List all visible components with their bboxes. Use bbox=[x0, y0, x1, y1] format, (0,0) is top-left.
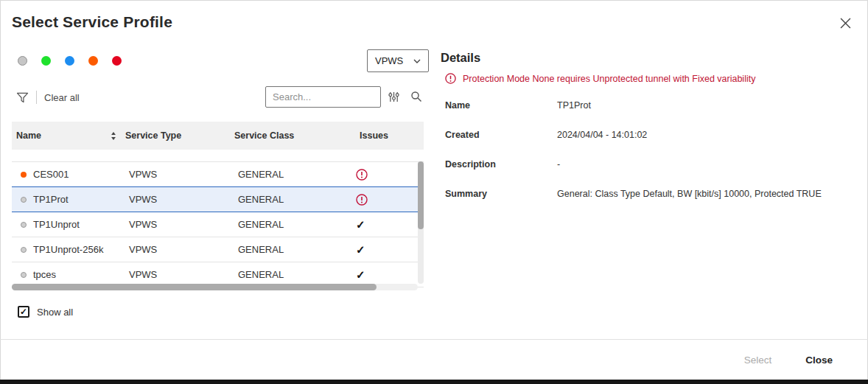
show-all-checkbox[interactable]: ✓ Show all bbox=[18, 306, 73, 318]
field-label: Description bbox=[445, 159, 557, 170]
row-name-cell: TP1Unprot-256k bbox=[12, 244, 125, 255]
service-name: TP1Prot bbox=[33, 194, 69, 205]
clear-all-button[interactable]: Clear all bbox=[44, 92, 80, 103]
detail-field-description: Description - bbox=[445, 159, 858, 170]
warning-text: Protection Mode None requires Unprotecte… bbox=[463, 74, 755, 84]
table-row-ces001[interactable]: CES001 VPWS GENERAL ✓ bbox=[12, 161, 424, 187]
row-issue-status: ✓ bbox=[348, 169, 424, 181]
row-service-type: VPWS bbox=[125, 219, 234, 230]
table-row-tp1unprot[interactable]: TP1Unprot VPWS GENERAL ✓ bbox=[12, 212, 424, 237]
field-value: - bbox=[557, 159, 560, 170]
filter-settings-icon[interactable] bbox=[388, 91, 399, 102]
status-dot-blue[interactable] bbox=[65, 56, 74, 66]
status-dot bbox=[21, 272, 27, 278]
check-icon: ✓ bbox=[356, 219, 365, 230]
status-dot-red[interactable] bbox=[112, 56, 122, 66]
filter-icon[interactable] bbox=[16, 92, 29, 103]
field-value: 2024/04/04 - 14:01:02 bbox=[557, 130, 647, 140]
check-icon: ✓ bbox=[356, 244, 365, 255]
close-icon[interactable] bbox=[839, 16, 852, 29]
horizontal-scrollbar-thumb[interactable] bbox=[12, 284, 377, 290]
error-icon bbox=[356, 169, 368, 181]
error-icon bbox=[356, 194, 368, 206]
vertical-scrollbar-thumb[interactable] bbox=[418, 161, 424, 229]
vertical-scrollbar[interactable] bbox=[418, 161, 424, 284]
service-type-dropdown-value: VPWS bbox=[375, 55, 403, 66]
field-label: Created bbox=[445, 130, 557, 140]
chevron-down-icon bbox=[413, 59, 421, 63]
status-dot-gray[interactable] bbox=[18, 56, 27, 66]
table-body: CES001 VPWS GENERAL ✓ TP1Prot VPWS GENER… bbox=[12, 161, 424, 287]
row-issue-status: ✓ bbox=[348, 269, 424, 280]
select-service-profile-dialog: Select Service Profile VPWS Clear all bbox=[0, 0, 868, 384]
details-warning: Protection Mode None requires Unprotecte… bbox=[445, 73, 755, 84]
service-type-dropdown[interactable]: VPWS bbox=[367, 49, 429, 72]
row-name-cell: TP1Unprot bbox=[12, 219, 125, 230]
row-issue-status: ✓ bbox=[348, 194, 424, 206]
service-name: CES001 bbox=[33, 169, 69, 180]
service-name: TP1Unprot-256k bbox=[33, 244, 103, 255]
row-issue-status: ✓ bbox=[348, 219, 424, 230]
detail-field-summary: Summary General: Class Type Default, BW … bbox=[445, 189, 858, 199]
row-service-class: GENERAL bbox=[234, 244, 348, 255]
sort-icon[interactable] bbox=[111, 132, 116, 140]
search-input[interactable] bbox=[265, 86, 381, 108]
column-header-service-type[interactable]: Service Type bbox=[125, 130, 234, 141]
close-button[interactable]: Close bbox=[805, 355, 833, 366]
row-service-type: VPWS bbox=[125, 169, 234, 180]
bottom-bar bbox=[0, 380, 868, 384]
column-header-name[interactable]: Name bbox=[12, 130, 125, 141]
row-service-class: GENERAL bbox=[234, 219, 348, 230]
row-name-cell: CES001 bbox=[12, 169, 125, 180]
detail-field-created: Created 2024/04/04 - 14:01:02 bbox=[445, 130, 858, 140]
column-header-issues[interactable]: Issues bbox=[348, 130, 424, 141]
status-dot-orange[interactable] bbox=[88, 56, 98, 66]
service-name: tpces bbox=[33, 269, 56, 280]
check-icon: ✓ bbox=[356, 269, 365, 280]
status-legend bbox=[18, 56, 122, 66]
row-service-type: VPWS bbox=[125, 244, 234, 255]
table-header: Name Service Type Service Class Issues bbox=[12, 122, 424, 150]
column-header-service-class[interactable]: Service Class bbox=[234, 130, 348, 141]
filter-bar: Clear all bbox=[16, 87, 80, 108]
service-name: TP1Unprot bbox=[33, 219, 80, 230]
table-row-tp1prot[interactable]: TP1Prot VPWS GENERAL ✓ bbox=[12, 186, 424, 212]
field-label: Summary bbox=[445, 189, 557, 199]
status-dot bbox=[21, 247, 27, 253]
row-service-type: VPWS bbox=[125, 269, 234, 280]
status-dot bbox=[21, 172, 27, 178]
row-service-type: VPWS bbox=[125, 194, 234, 205]
footer-divider bbox=[0, 339, 868, 340]
row-service-class: GENERAL bbox=[234, 194, 348, 205]
details-heading: Details bbox=[441, 51, 480, 65]
dialog-title: Select Service Profile bbox=[12, 13, 172, 31]
select-button[interactable]: Select bbox=[744, 355, 772, 366]
row-service-class: GENERAL bbox=[234, 169, 348, 180]
row-name-cell: tpces bbox=[12, 269, 125, 280]
row-issue-status: ✓ bbox=[348, 244, 424, 255]
row-service-class: GENERAL bbox=[234, 269, 348, 280]
service-profile-table: Name Service Type Service Class Issues C… bbox=[12, 122, 424, 287]
warning-icon bbox=[445, 73, 456, 84]
field-value: General: Class Type Default, BW [kbit/s]… bbox=[557, 189, 822, 199]
horizontal-scrollbar[interactable] bbox=[12, 284, 418, 290]
search-icon[interactable] bbox=[410, 91, 422, 102]
status-dot-green[interactable] bbox=[41, 56, 51, 66]
status-dot bbox=[21, 222, 27, 228]
details-fields: Name TP1Prot Created 2024/04/04 - 14:01:… bbox=[445, 100, 858, 199]
show-all-label: Show all bbox=[37, 307, 73, 318]
row-name-cell: TP1Prot bbox=[12, 194, 125, 205]
footer-buttons: Select Close bbox=[744, 355, 833, 366]
detail-field-name: Name TP1Prot bbox=[445, 100, 858, 111]
divider bbox=[36, 91, 37, 104]
table-row-tp1unprot-256k[interactable]: TP1Unprot-256k VPWS GENERAL ✓ bbox=[12, 237, 424, 262]
status-dot bbox=[21, 197, 27, 203]
checkbox-icon[interactable]: ✓ bbox=[18, 306, 29, 318]
field-label: Name bbox=[445, 100, 557, 111]
field-value: TP1Prot bbox=[557, 100, 591, 111]
